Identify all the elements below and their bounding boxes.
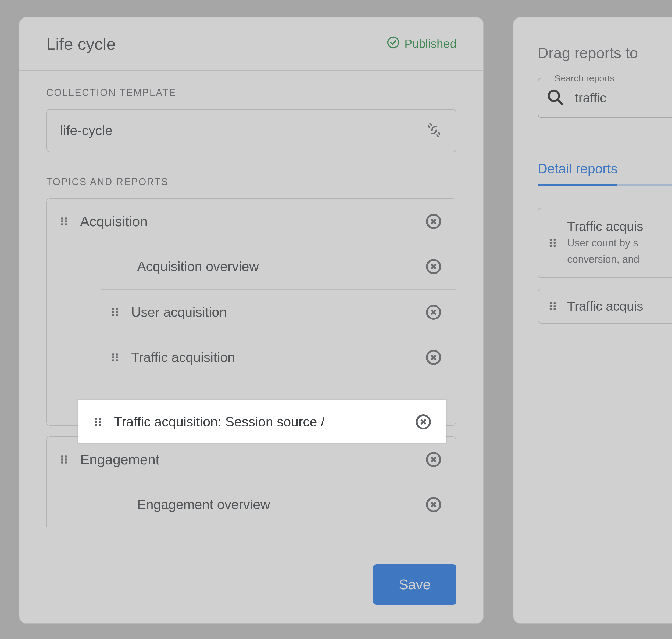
report-row[interactable]: Engagement overview — [47, 482, 456, 527]
svg-point-32 — [550, 239, 552, 241]
report-row[interactable]: Acquisition overview — [47, 244, 456, 289]
unlink-icon[interactable] — [426, 122, 442, 139]
search-field-label: Search reports — [549, 73, 620, 83]
remove-icon[interactable] — [425, 451, 442, 468]
card-header: Life cycle Published — [19, 17, 483, 71]
svg-point-44 — [95, 418, 97, 420]
svg-point-47 — [98, 421, 101, 423]
topic-box-engagement: Engagement Engagement overview — [46, 436, 456, 527]
topics-section-label: TOPICS AND REPORTS — [46, 176, 456, 188]
search-value: traffic — [575, 91, 606, 105]
drag-handle-icon[interactable] — [546, 300, 559, 312]
drag-handle-icon[interactable] — [58, 215, 71, 228]
svg-point-21 — [116, 359, 118, 361]
svg-point-49 — [98, 424, 101, 426]
svg-point-34 — [550, 242, 552, 244]
template-section-label: COLLECTION TEMPLATE — [46, 87, 456, 98]
svg-point-39 — [553, 302, 555, 304]
report-row[interactable]: Traffic acquisition — [47, 335, 456, 380]
remove-icon[interactable] — [425, 213, 442, 230]
svg-point-37 — [553, 245, 555, 247]
svg-point-48 — [95, 424, 97, 426]
topic-row[interactable]: Acquisition — [47, 199, 456, 244]
svg-point-20 — [112, 359, 114, 361]
tab-underline — [617, 161, 672, 186]
svg-point-16 — [112, 353, 114, 356]
result-title: Traffic acquis — [567, 299, 643, 314]
svg-point-46 — [95, 421, 97, 423]
svg-point-10 — [116, 308, 118, 310]
svg-point-0 — [388, 37, 399, 48]
svg-point-40 — [550, 305, 552, 307]
reports-side-panel: Drag reports to Search reports traffic D… — [513, 17, 672, 624]
svg-point-6 — [65, 223, 67, 225]
svg-point-19 — [116, 356, 118, 358]
svg-point-12 — [116, 311, 118, 313]
topic-box-acquisition: Acquisition Acquisition overview User ac… — [46, 198, 456, 426]
tab-row: Detail reports — [538, 161, 672, 186]
svg-point-24 — [65, 455, 67, 457]
result-desc: conversion, and — [567, 252, 643, 267]
report-row-highlighted[interactable]: Traffic acquisition: Session source / — [78, 400, 446, 443]
svg-point-26 — [65, 458, 67, 461]
svg-point-11 — [112, 311, 114, 313]
result-desc: User count by s — [567, 236, 643, 250]
svg-point-4 — [65, 220, 67, 222]
drag-handle-icon[interactable] — [58, 453, 71, 466]
svg-point-33 — [553, 239, 555, 241]
svg-point-25 — [61, 458, 63, 461]
remove-icon[interactable] — [425, 303, 442, 321]
svg-point-17 — [116, 353, 118, 356]
topic-label: Engagement — [80, 451, 425, 468]
svg-point-14 — [116, 314, 118, 316]
save-button[interactable]: Save — [373, 564, 456, 605]
report-label: Engagement overview — [137, 497, 425, 512]
svg-point-1 — [61, 217, 63, 220]
topic-row[interactable]: Engagement — [47, 437, 456, 482]
report-result-card[interactable]: Traffic acquis — [538, 289, 672, 324]
remove-icon[interactable] — [414, 413, 432, 431]
svg-point-41 — [553, 305, 555, 307]
collection-editor-card: Life cycle Published COLLECTION TEMPLATE… — [19, 17, 484, 624]
svg-point-23 — [61, 455, 63, 457]
report-label: Traffic acquisition — [131, 349, 425, 365]
svg-point-36 — [550, 245, 552, 247]
svg-point-35 — [553, 242, 555, 244]
tab-detail-reports[interactable]: Detail reports — [538, 161, 617, 186]
card-body: COLLECTION TEMPLATE life-cycle TOPICS AN… — [19, 71, 483, 527]
report-label: Acquisition overview — [137, 259, 425, 274]
svg-point-27 — [61, 462, 63, 464]
remove-icon[interactable] — [425, 348, 442, 366]
report-label: Traffic acquisition: Session source / — [114, 414, 414, 430]
remove-icon[interactable] — [425, 258, 442, 276]
result-title: Traffic acquis — [567, 219, 643, 234]
svg-point-13 — [112, 314, 114, 316]
drag-handle-icon[interactable] — [109, 306, 122, 319]
topic-label: Acquisition — [80, 213, 425, 230]
template-input[interactable]: life-cycle — [46, 109, 456, 152]
remove-icon[interactable] — [425, 496, 442, 514]
drag-handle-icon[interactable] — [546, 236, 559, 249]
search-icon — [547, 89, 564, 107]
collection-title: Life cycle — [46, 34, 116, 53]
report-label: User acquisition — [131, 305, 425, 320]
svg-point-42 — [550, 308, 552, 310]
svg-point-43 — [553, 308, 555, 310]
report-row[interactable]: User acquisition — [47, 290, 456, 335]
svg-point-18 — [112, 356, 114, 358]
drag-handle-icon[interactable] — [109, 351, 122, 364]
report-result-card[interactable]: Traffic acquis User count by s conversio… — [538, 208, 672, 278]
status-badge: Published — [387, 36, 456, 51]
svg-point-45 — [98, 418, 101, 420]
svg-point-3 — [61, 220, 63, 222]
search-reports-input[interactable]: Search reports traffic — [538, 78, 672, 118]
svg-point-28 — [65, 462, 67, 464]
drag-handle-icon[interactable] — [91, 416, 104, 428]
svg-point-9 — [112, 308, 114, 310]
check-circle-icon — [387, 36, 400, 51]
svg-point-38 — [550, 302, 552, 304]
svg-point-2 — [65, 217, 67, 220]
svg-point-5 — [61, 223, 63, 225]
side-panel-title: Drag reports to — [538, 44, 672, 62]
status-text: Published — [404, 37, 456, 50]
